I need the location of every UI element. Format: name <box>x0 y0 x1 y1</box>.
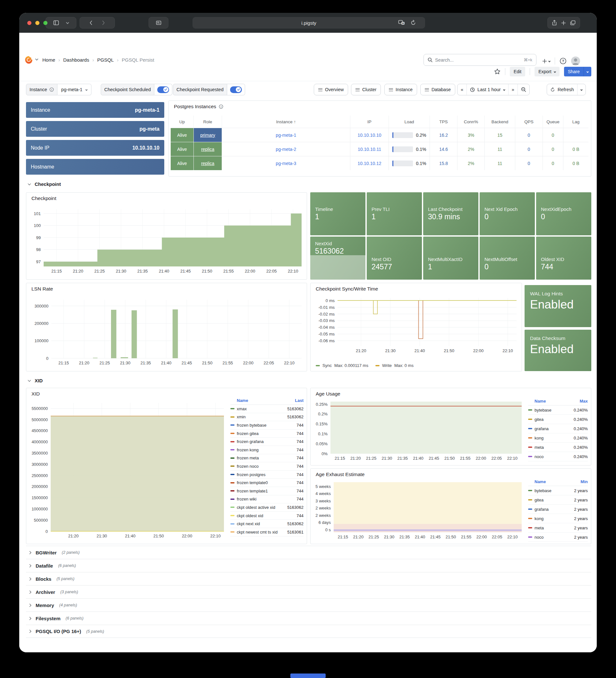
legend-row[interactable]: postgres 0.240% <box>528 461 588 463</box>
stat-tile[interactable]: NextMultiXactID 1 <box>423 237 478 279</box>
section-header-xid[interactable]: XID <box>28 378 43 383</box>
legend-row[interactable]: meta 0.240% <box>528 443 588 452</box>
legend-row[interactable]: ckpt newest cmt ts xid 5163061 <box>230 528 303 536</box>
column-header[interactable]: Load <box>389 116 430 128</box>
breadcrumb-item[interactable]: PGSQL <box>97 57 119 63</box>
collapsed-section-row[interactable]: BGWriter (2 panels) <box>26 546 591 559</box>
legend-row[interactable]: ckpt oldest active xid 5163062 <box>230 503 303 512</box>
stat-tile[interactable]: NextXidEpoch 0 <box>536 192 591 235</box>
refresh-interval-dropdown[interactable] <box>577 84 585 95</box>
column-header[interactable]: TPS <box>430 116 457 128</box>
stat-tile[interactable]: Timeline 1 <box>310 192 365 235</box>
help-icon[interactable]: ? <box>560 58 567 65</box>
legend-row[interactable]: xmax 5163062 <box>230 405 303 413</box>
translate-icon[interactable]: A <box>398 20 405 26</box>
zoom-out-button[interactable] <box>518 84 529 95</box>
legend-row[interactable]: grafana 2 years <box>528 505 588 514</box>
time-shift-forward-button[interactable]: » <box>508 84 518 95</box>
legend-row[interactable]: frozen template1 744 <box>230 487 303 495</box>
new-tab-icon[interactable] <box>561 21 566 25</box>
info-icon[interactable]: i <box>219 104 223 109</box>
ip-link[interactable]: 10.10.10.12 <box>351 156 389 170</box>
legend-row[interactable]: bytebase 0.240% <box>528 406 588 415</box>
legend-row[interactable]: meta 2 years <box>528 523 588 533</box>
ip-link[interactable]: 10.10.10.10 <box>351 128 389 142</box>
column-header[interactable]: Role <box>194 116 222 128</box>
column-header[interactable]: Conn% <box>457 116 485 128</box>
legend-row[interactable]: kong 2 years <box>528 514 588 523</box>
info-icon[interactable]: i <box>49 87 54 92</box>
legend-row[interactable]: xmin 5163062 <box>230 413 303 421</box>
collapsed-section-row[interactable]: Filesystem (6 panels) <box>26 611 591 625</box>
address-bar[interactable]: i.pigsty A <box>193 17 425 29</box>
legend-row[interactable]: noco 0.240% <box>528 452 588 461</box>
breadcrumb-item[interactable]: Dashboards <box>63 57 94 63</box>
legend-row[interactable]: frozen noco 744 <box>230 462 303 470</box>
legend-row[interactable]: gitea 0.240% <box>528 415 588 424</box>
column-header[interactable]: Up <box>171 116 194 128</box>
org-chevron-icon[interactable] <box>35 57 39 60</box>
share-dropdown-button[interactable] <box>584 67 591 76</box>
sidebar-chevron-icon[interactable] <box>66 21 69 24</box>
view-link-cluster[interactable]: Cluster <box>351 84 381 96</box>
checkpoint-requested-toggle[interactable] <box>227 84 245 96</box>
sync-write-chart[interactable]: 21:2021:3021:4021:5022:0022:100 ms-0.01 … <box>313 295 521 356</box>
column-header[interactable]: Backend <box>485 116 515 128</box>
collapsed-section-row[interactable]: Blocks (5 panels) <box>26 572 591 585</box>
legend-row[interactable]: frozen grafana 744 <box>230 438 303 446</box>
section-header-checkpoint[interactable]: Checkpoint <box>28 181 61 187</box>
instance-select[interactable]: pg-meta-1 <box>57 84 91 96</box>
view-link-overview[interactable]: Overview <box>314 84 348 96</box>
legend-row[interactable]: noco 2 years <box>528 533 588 542</box>
age-usage-chart[interactable]: 21:1521:2021:2521:3021:3521:4021:4521:50… <box>313 399 524 463</box>
view-link-instance[interactable]: Instance <box>384 84 417 96</box>
summary-box[interactable]: Instance pg-meta-1 <box>26 102 164 118</box>
minimize-window-button[interactable] <box>35 21 39 25</box>
column-header[interactable]: Instance ↑ <box>222 116 351 128</box>
column-header[interactable]: QPS <box>515 116 543 128</box>
legend-row[interactable]: frozen postgres 744 <box>230 470 303 479</box>
legend-row[interactable]: ckpt next xid 5163062 <box>230 520 303 528</box>
close-window-button[interactable] <box>27 21 32 25</box>
legend-row[interactable]: frozen bytebase 744 <box>230 421 303 429</box>
view-link-database[interactable]: Database <box>420 84 455 96</box>
time-range-picker[interactable]: Last 1 hour <box>466 84 508 95</box>
instance-link[interactable]: pg-meta-3 <box>222 156 351 170</box>
age-exhaust-chart[interactable]: 21:1521:2021:2521:3021:3521:4021:4521:50… <box>313 480 524 542</box>
data-checksum-tile[interactable]: Data Checksum Enabled <box>525 330 591 371</box>
reload-icon[interactable] <box>410 20 416 26</box>
collapsed-section-row[interactable]: Memory (4 panels) <box>26 598 591 611</box>
grafana-logo-icon[interactable] <box>25 55 33 64</box>
legend-row[interactable]: frozen meta 744 <box>230 454 303 463</box>
ip-link[interactable]: 10.10.10.11 <box>351 142 389 156</box>
instance-link[interactable]: pg-meta-1 <box>222 128 351 142</box>
breadcrumb-item[interactable]: Home <box>42 57 60 63</box>
share-icon[interactable] <box>552 20 557 26</box>
lsn-rate-chart[interactable]: 21:1521:2021:2521:3021:3521:4021:4521:50… <box>28 295 305 370</box>
legend-row[interactable]: bytebase 2 years <box>528 486 588 495</box>
column-header[interactable]: Queue <box>543 116 563 128</box>
star-icon[interactable] <box>494 68 500 75</box>
stat-tile[interactable]: Next Xid Epoch 0 <box>480 192 535 235</box>
legend-row[interactable]: frozen template0 744 <box>230 479 303 487</box>
back-icon[interactable] <box>89 20 93 25</box>
summary-box[interactable]: Node IP 10.10.10.10 <box>26 140 164 156</box>
checkpoint-chart[interactable]: 21:1521:2021:2521:3021:3521:4021:4521:50… <box>28 204 305 278</box>
tab-overview-icon[interactable] <box>570 20 576 25</box>
legend-item[interactable]: Write Max: 0 ms <box>375 363 414 368</box>
xid-chart[interactable]: 21:2021:3021:4021:5022:0022:100500000100… <box>28 399 227 542</box>
column-header[interactable]: IP <box>351 116 389 128</box>
role-cell[interactable]: replica <box>194 156 222 170</box>
legend-row[interactable]: gitea 2 years <box>528 495 588 505</box>
search-input[interactable]: Search... ⌘+k <box>423 54 536 66</box>
stat-tile[interactable]: Oldest XID 744 <box>536 237 591 279</box>
checkpoint-scheduled-toggle[interactable] <box>154 84 172 96</box>
legend-row[interactable]: frozen kong 744 <box>230 446 303 454</box>
legend-row[interactable]: frozen gitea 744 <box>230 429 303 438</box>
sidebar-icon[interactable] <box>53 20 59 25</box>
column-header[interactable]: Lag <box>563 116 588 128</box>
stat-tile[interactable]: NextMultiOffset 0 <box>480 237 535 279</box>
instance-link[interactable]: pg-meta-2 <box>222 142 351 156</box>
summary-box[interactable]: Cluster pg-meta <box>26 121 164 137</box>
refresh-button[interactable]: Refresh <box>547 84 577 95</box>
